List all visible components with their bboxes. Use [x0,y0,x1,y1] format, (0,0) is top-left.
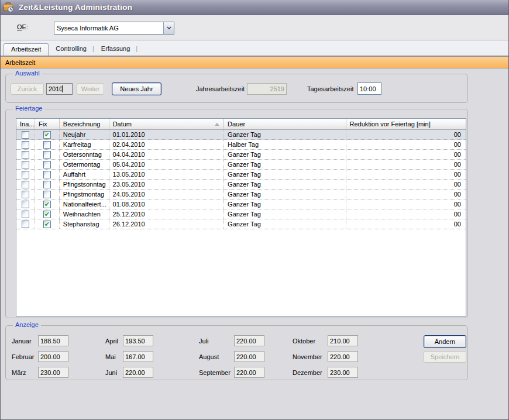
tab-controlling[interactable]: Controlling [49,43,92,56]
month-label: Februar [12,353,38,360]
column-header-dauer[interactable]: Dauer [224,119,346,130]
fix-checkbox[interactable] [43,161,51,168]
table-row[interactable]: Karfreitag02.04.2010Halber Tag00 [16,140,466,150]
column-header-label: Fix [39,121,47,128]
column-header-bez[interactable]: Bezeichnung [60,119,109,130]
checkbox-cell: ✔ [35,130,60,139]
table-row[interactable]: Ostermontag05.04.2010Ganzer Tag00 [16,160,466,170]
cell-bezeichnung: Ostersonntag [60,150,109,159]
month-label: Oktober [293,338,328,345]
anzeige-col-2: April193.50Mai167.00Juni220.00 [105,335,153,383]
oe-selected-value: Syseca Informatik AG [54,25,163,32]
zurueck-button[interactable]: Zurück [11,83,44,95]
checkbox-cell [35,150,60,159]
cell-dauer: Ganzer Tag [224,199,346,209]
oe-combobox[interactable]: Syseca Informatik AG [54,22,174,35]
jahresarbeitszeit-label: Jahresarbeitszeit [196,83,245,95]
table-row[interactable]: ✔Weihnachten25.12.2010Ganzer Tag00 [16,209,466,219]
checkbox-cell [16,160,35,169]
month-row: August220.00 [199,351,264,362]
column-header-fix[interactable]: Fix [35,119,60,130]
fix-checkbox[interactable] [43,191,51,198]
application-window: Zeit&Leistung Administration OE: Syseca … [0,0,509,420]
fix-checkbox[interactable] [43,181,51,188]
inaktiv-checkbox[interactable] [22,141,29,149]
month-row: Januar188.50 [12,335,68,346]
cell-bezeichnung: Ostermontag [60,160,109,169]
inaktiv-checkbox[interactable] [22,181,29,188]
inaktiv-checkbox[interactable] [22,211,29,218]
tagesarbeitszeit-input[interactable]: 10:00 [357,82,381,95]
cell-datum: 24.05.2010 [109,190,224,199]
table-row[interactable]: Pfingstsonntag23.05.2010Ganzer Tag00 [16,180,466,190]
table-row[interactable]: Pfingstmontag24.05.2010Ganzer Tag00 [16,190,466,199]
table-row[interactable]: Auffahrt13.05.2010Ganzer Tag00 [16,170,466,180]
check-icon: ✔ [44,221,50,228]
table-body: ✔Neujahr01.01.2010Ganzer Tag00Karfreitag… [16,130,466,229]
tab-erfassung[interactable]: Erfassung [94,43,136,56]
oe-label: OE: [17,23,28,30]
fix-checkbox[interactable]: ✔ [43,201,51,208]
month-label: November [293,353,328,360]
month-value-field: 193.50 [123,335,153,346]
feiertage-group-label: Feiertage [13,105,44,112]
month-value-field: 167.00 [123,351,153,362]
inaktiv-checkbox[interactable] [22,151,29,159]
chevron-down-icon [167,26,171,30]
cell-reduktion: 00 [346,140,466,149]
anzeige-col-4: Oktober210.00November220.00Dezember230.0… [293,335,358,383]
month-row: Februar200.00 [12,351,68,362]
table-row[interactable]: ✔Nationalfeiert...01.08.2010Ganzer Tag00 [16,199,466,209]
year-input[interactable]: 2010 [46,83,73,95]
month-label: Juni [105,369,123,376]
weiter-button[interactable]: Weiter [77,83,104,95]
cell-bezeichnung: Weihnachten [60,209,109,219]
briefcase-clock-icon [3,2,14,13]
cell-bezeichnung: Neujahr [60,130,109,139]
section-header-bar: Arbeitszeit [1,56,509,68]
cell-dauer: Ganzer Tag [224,180,346,189]
tab-bar: Arbeitszeit Controlling Erfassung [1,40,509,56]
month-value-field: 210.00 [328,335,358,346]
checkbox-cell: ✔ [35,199,60,209]
fix-checkbox[interactable] [43,171,51,178]
cell-bezeichnung: Stephanstag [60,219,109,229]
combobox-dropdown-button[interactable] [163,22,174,34]
fix-checkbox[interactable]: ✔ [43,211,51,218]
fix-checkbox[interactable] [43,151,51,159]
column-header-datum[interactable]: Datum [109,119,224,130]
tab-arbeitszeit[interactable]: Arbeitszeit [4,43,49,56]
speichern-button[interactable]: Speichern [424,351,466,363]
table-row[interactable]: ✔Neujahr01.01.2010Ganzer Tag00 [16,130,466,140]
month-row: November220.00 [293,351,358,362]
cell-reduktion: 00 [346,199,466,209]
cell-dauer: Ganzer Tag [224,190,346,199]
aendern-button[interactable]: Ändern [424,335,466,348]
column-header-red[interactable]: Reduktion vor Feiertag [min] [346,119,466,130]
inaktiv-checkbox[interactable] [22,191,29,198]
inaktiv-checkbox[interactable] [22,201,29,208]
month-label: März [12,369,38,376]
table-row[interactable]: Ostersonntag04.04.2010Ganzer Tag00 [16,150,466,160]
fix-checkbox[interactable]: ✔ [43,221,51,228]
checkbox-cell [16,199,35,209]
tagesarbeitszeit-value: 10:00 [360,85,376,92]
column-header-ina[interactable]: Ina... [16,119,35,130]
neues-jahr-button[interactable]: Neues Jahr [112,82,161,95]
fix-checkbox[interactable]: ✔ [43,131,51,139]
inaktiv-checkbox[interactable] [22,131,29,139]
checkbox-cell [16,130,35,139]
inaktiv-checkbox[interactable] [22,171,29,178]
month-value-field: 220.00 [234,351,264,362]
checkbox-cell [35,190,60,199]
anzeige-groupbox: Anzeige Januar188.50Februar200.00März230… [5,325,468,380]
inaktiv-checkbox[interactable] [22,161,29,168]
checkbox-cell [16,219,35,229]
sort-ascending-icon [215,123,219,126]
auswahl-group-label: Auswahl [13,70,42,77]
fix-checkbox[interactable] [43,141,51,149]
inaktiv-checkbox[interactable] [22,221,29,228]
checkbox-cell: ✔ [35,219,60,229]
cell-dauer: Ganzer Tag [224,209,346,219]
table-row[interactable]: ✔Stephanstag26.12.2010Ganzer Tag00 [16,219,466,229]
